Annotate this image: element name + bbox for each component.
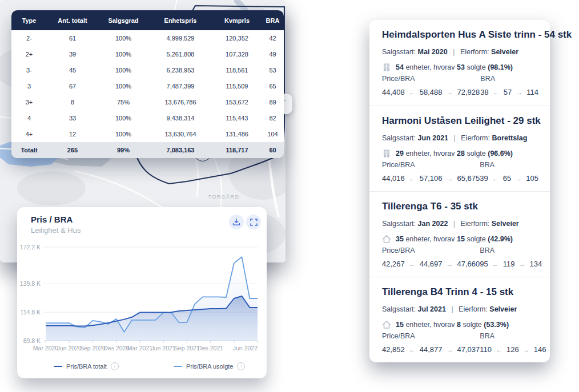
x-axis-label: Mar 2020: [33, 345, 59, 351]
range-arrow-icon: ←: [409, 175, 416, 183]
sale-start-label: Salgsstart:: [382, 220, 416, 228]
x-axis-label: Des 2021: [198, 345, 223, 351]
units-text: 35 enheter, hvorav 15 solgte (42.9%): [396, 235, 513, 243]
total-cell: 60: [262, 142, 284, 158]
listing-item[interactable]: Tillerenga T6 - 35 stk Salgsstart: Jan 2…: [369, 191, 550, 277]
x-axis-label: Jun 2020: [57, 345, 82, 351]
table-cell: 107,328: [212, 46, 262, 62]
bra-values: 95←119→134: [480, 260, 542, 268]
legend-item[interactable]: Pris/BRA totalt: [54, 362, 119, 370]
price-bra-line-chart: 89.8 K114.8 K139.8 K172.2 KMar 2020Jun 2…: [17, 207, 267, 357]
table-cell: 13,676,786: [148, 94, 212, 110]
table-row: 2-61100%4,999,529120,35242: [11, 30, 284, 46]
y-axis-label: 114.8 K: [21, 309, 41, 316]
sale-start-value: Mai 2020: [418, 48, 448, 56]
table-cell: 100%: [98, 78, 148, 94]
table-cell: 53: [262, 62, 284, 78]
range-arrow-icon: ←: [496, 346, 502, 354]
meta-separator: |: [451, 305, 453, 313]
table-cell: 49: [262, 46, 284, 62]
table-cell: 3: [11, 78, 47, 94]
ownership-value: Selveier: [491, 48, 518, 56]
table-cell: 3-: [11, 62, 47, 78]
listing-item[interactable]: Tillerenga B4 Trinn 4 - 15 stk Salgsstar…: [369, 277, 550, 362]
range-arrow-icon: ←: [493, 88, 500, 96]
table-cell: 67: [47, 78, 98, 94]
meta-separator: |: [453, 48, 455, 56]
x-axis-label: Jun 2021: [151, 345, 175, 351]
x-axis-label: Sep 2020: [80, 345, 106, 351]
price-bra-values: 42,267←44,697→47,660: [382, 260, 480, 268]
y-axis-label: 172.2 K: [20, 244, 41, 250]
column-header: Ant. totalt: [47, 10, 98, 30]
column-header: Enhetspris: [148, 10, 212, 30]
meta-separator: |: [453, 220, 455, 228]
table-row: 4+12100%13,630,764131,486104: [11, 126, 284, 142]
ownership-value: Selveier: [489, 305, 517, 313]
info-icon[interactable]: [237, 362, 245, 370]
legend-label: Pris/BRA totalt: [66, 363, 107, 370]
legend-swatch: [54, 366, 62, 367]
info-icon[interactable]: [111, 362, 119, 370]
table-cell: 120,352: [212, 30, 262, 46]
listing-title: Harmoni Uståsen Leilighet - 29 stk: [382, 115, 538, 127]
listing-title: Tillerenga B4 Trinn 4 - 15 stk: [382, 286, 538, 298]
price-bra-chart-card: Pris / BRA Leilighet & Hus 89.8 K114.8 K…: [17, 207, 267, 378]
total-cell: 7,083,163: [148, 142, 212, 158]
range-arrow-icon: →: [519, 260, 526, 268]
table-cell: 9,438,314: [148, 110, 212, 126]
listing-meta: Salgsstart: Mai 2020 | Eierform: Selveie…: [382, 48, 538, 56]
price-bra-values: 42,852←44,877→47,037: [382, 345, 480, 354]
listing-item[interactable]: Heimdalsporten Hus A Siste trinn - 54 st…: [369, 20, 550, 106]
listing-item[interactable]: Harmoni Uståsen Leilighet - 29 stk Salgs…: [369, 106, 550, 191]
bra-values: 110←126→146: [480, 345, 546, 354]
ownership-label: Eierform:: [459, 305, 488, 313]
bra-label: BRA: [480, 161, 538, 169]
listing-units: 29 enheter, hvorav 28 solgte (96.6%): [382, 149, 538, 158]
listing-meta: Salgsstart: Jan 2022 | Eierform: Selveie…: [382, 220, 538, 228]
table-row: 3-45100%6,238,953118,56153: [11, 62, 284, 78]
units-text: 54 enheter, hvorav 53 solgte (98.1%): [396, 63, 513, 71]
table-row: 3+875%13,676,786153,67289: [11, 94, 284, 110]
legend-swatch: [174, 366, 182, 367]
table-cell: 13,630,764: [148, 126, 212, 142]
building-icon: [382, 63, 391, 72]
table-cell: 100%: [98, 110, 148, 126]
table-cell: 153,672: [212, 94, 262, 110]
chart-legend: Pris/BRA totaltPris/BRA usolgte: [54, 362, 245, 370]
listing-meta: Salgsstart: Jun 2021 | Eierform: Boretts…: [382, 134, 538, 142]
table-cell: 65: [262, 78, 284, 94]
x-axis-label: Jun 2022: [233, 345, 258, 351]
range-arrow-icon: →: [447, 88, 453, 96]
range-arrow-icon: ←: [409, 88, 416, 96]
table-cell: 4+: [11, 126, 47, 142]
total-cell: Totalt: [11, 142, 47, 158]
table-cell: 131,486: [212, 126, 262, 142]
table-cell: 8: [47, 94, 98, 110]
y-axis-label: 89.8 K: [23, 337, 41, 344]
units-text: 29 enheter, hvorav 28 solgte (96.6%): [396, 149, 513, 157]
table-cell: 42: [262, 30, 284, 46]
range-arrow-icon: →: [447, 260, 453, 268]
listing-units: 35 enheter, hvorav 15 solgte (42.9%): [382, 235, 538, 244]
range-arrow-icon: →: [447, 175, 453, 183]
table-cell: 61: [47, 30, 98, 46]
bra-label: BRA: [480, 75, 538, 83]
x-axis-label: Mar 2021: [127, 345, 153, 351]
column-header: BRA: [262, 10, 284, 30]
range-arrow-icon: ←: [492, 260, 499, 268]
range-arrow-icon: ←: [492, 175, 499, 183]
table-cell: 100%: [98, 62, 148, 78]
house-icon: [382, 235, 391, 244]
house-icon: [382, 320, 391, 329]
table-cell: 5,261,808: [148, 46, 212, 62]
table-cell: 100%: [98, 126, 148, 142]
table-cell: 4: [11, 110, 47, 126]
table-cell: 104: [262, 126, 284, 142]
x-axis-label: Sep 2021: [174, 345, 200, 351]
table-cell: 4,999,529: [148, 30, 212, 46]
map-place-label: TORGÅRD: [208, 194, 240, 200]
legend-item[interactable]: Pris/BRA usolgte: [174, 362, 246, 370]
sale-start-label: Salgsstart:: [382, 305, 416, 313]
table-cell: 100%: [98, 30, 148, 46]
